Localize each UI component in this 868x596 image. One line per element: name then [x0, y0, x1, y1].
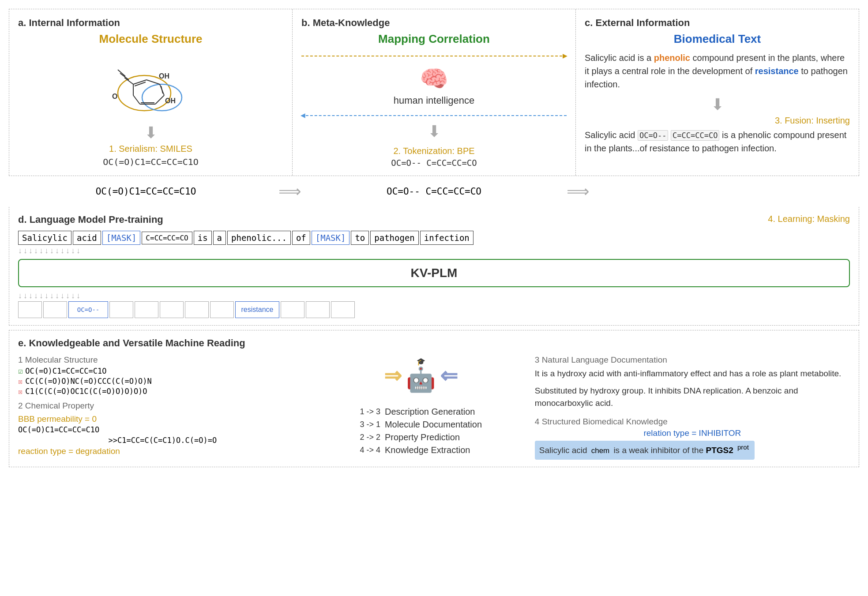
token-smiles: C=CC=CC=CO — [142, 232, 192, 244]
smiles-text-3: C1(C(C(=O)OC1C(C(=O)O)O)O)O — [25, 387, 147, 396]
smiles-label: 1. Serialism: SMILES — [109, 144, 192, 154]
token-box-phenolic: phenolic... — [227, 231, 291, 245]
arrow-down-c: ⬇ — [585, 95, 850, 114]
svg-line-5 — [155, 95, 164, 104]
meta-area: ▶ 🧠 human intelligence ◀ ⬇ 2. Tokenizati… — [301, 51, 567, 168]
bio-entity: PTGS2 — [706, 446, 733, 455]
svg-line-15 — [118, 70, 125, 76]
task-arrow-1: 1 -> 3 — [360, 407, 380, 416]
reaction-type: reaction type = degradation — [18, 446, 307, 456]
task-list: 1 -> 3 Description Generation 3 -> 1 Mol… — [360, 407, 482, 458]
arrow-gold: ⇒ — [384, 363, 402, 388]
panel-b-title: b. Meta-Knowledge — [301, 17, 567, 29]
svg-text:OH: OH — [159, 72, 169, 80]
para1-pre: Salicylic acid is a — [585, 53, 654, 63]
output-box-2 — [43, 301, 67, 318]
check-icon-1: ☑ — [18, 367, 23, 375]
task-arrow-4: 4 -> 4 — [360, 446, 380, 455]
smiles-row: OC(=O)C1=CC=CC=C1O ⟹ OC=O-- C=CC=CC=CO ⟹ — [9, 176, 859, 207]
svg-line-10 — [161, 86, 163, 94]
smiles-item-1: ☑ OC(=O)C1=CC=CC=C1O — [18, 367, 307, 375]
task-arrow-2: 3 -> 1 — [360, 420, 380, 429]
para2-code2: C=CC=CC=CO — [671, 130, 719, 141]
chem-tag: chem — [590, 446, 611, 455]
token-salicylic: Salicylic — [18, 231, 71, 245]
panel-a-subtitle: Molecule Structure — [18, 32, 283, 46]
token-box-a: a — [213, 231, 226, 245]
task-label-3: Property Prediction — [385, 432, 460, 442]
token-phenolic: phenolic... — [227, 231, 291, 245]
nlp-para1: It is a hydroxy acid with anti-inflammat… — [535, 367, 850, 380]
smiles-text-2: CC(C(=O)O)NC(=O)CCC(C(=O)O)N — [25, 377, 152, 386]
smiles-left-text: OC(=O)C1=CC=CC=C1O — [96, 186, 196, 197]
section-d-title: d. Language Model Pre-training — [18, 214, 163, 225]
svg-line-9 — [135, 82, 146, 86]
svg-line-3 — [147, 80, 160, 84]
output-box-10 — [281, 301, 304, 318]
relation-type: relation type = INHIBITOR — [535, 428, 850, 438]
output-box-4 — [109, 301, 133, 318]
nlp-para2: Substituted by hydroxy group. It inhibit… — [535, 385, 850, 410]
output-box-9-resistance: resistance — [235, 301, 279, 318]
task-label-4: Knowledge Extraction — [385, 445, 470, 455]
panel-a-title: a. Internal Information — [18, 17, 283, 29]
tokenized-text: OC=O-- C=CC=CC=CO — [391, 158, 477, 168]
gray-arrow-right-2: ⟹ — [567, 182, 590, 201]
token-to: to — [351, 231, 369, 245]
panel-a: a. Internal Information Molecule Structu… — [9, 9, 293, 176]
robot-icon: 🤖 — [406, 366, 436, 394]
section-e: e. Knowledgeable and Versatile Machine R… — [9, 330, 859, 467]
num2: 2 Chemical Property — [18, 401, 307, 411]
token-box-salicylic: Salicylic — [18, 231, 71, 245]
bio-text-para2: Salicylic acid OC=O-- C=CC=CC=CO is a ph… — [585, 128, 850, 155]
token-is: is — [194, 231, 212, 245]
struct-title: 4 Structured Biomedical Knowledge — [535, 417, 850, 427]
token-box-to: to — [351, 231, 369, 245]
smiles-item-3: ☒ C1(C(C(=O)OC1C(C(=O)O)O)O)O — [18, 387, 307, 396]
tokenize-label: 2. Tokenization: BPE — [393, 146, 474, 156]
masking-label: 4. Learning: Masking — [768, 214, 850, 224]
para2-pre: Salicylic acid — [585, 130, 638, 140]
token-infection: infection — [420, 231, 473, 245]
svg-text:O: O — [112, 93, 117, 100]
arrow-down-a: ⬇ — [144, 124, 158, 142]
down-arrows-row: ↓ ↓ ↓ ↓ ↓ ↓ ↓ ↓ ↓ ↓ ↓ ↓ — [18, 247, 850, 255]
panel-c-title: c. External Information — [585, 17, 850, 29]
smiles-box-left: OC(=O)C1=CC=CC=C1O — [18, 186, 274, 197]
bio-text-para1: Salicylic acid is a phenolic compound pr… — [585, 51, 850, 91]
human-intel-label: human intelligence — [394, 95, 474, 106]
section-d: d. Language Model Pre-training 4. Learni… — [9, 207, 859, 326]
para1-resistance: resistance — [755, 66, 799, 76]
molecule-svg: OH OH O — [94, 51, 208, 122]
token-of: of — [292, 231, 310, 245]
sequence-area: Salicylic acid [MASK] C=CC=CC=CO is a — [18, 231, 850, 318]
token-box-mask1: [MASK] — [102, 231, 141, 245]
svg-line-7 — [133, 95, 140, 104]
token-box-mask2: [MASK] — [312, 231, 350, 245]
token-box-of: of — [292, 231, 310, 245]
para2-code1: OC=O-- — [638, 130, 668, 141]
token-box-infection: infection — [420, 231, 473, 245]
num1: 1 Molecular Structure — [18, 355, 307, 365]
token-box-pathogen: pathogen — [370, 231, 419, 245]
robot-hat: 🎓 — [417, 357, 425, 366]
task-arrow-3: 2 -> 2 — [360, 433, 380, 442]
smiles-text-1: OC(=O)C1=CC=CC=C1O — [25, 367, 106, 375]
panel-c: c. External Information Biomedical Text … — [576, 9, 859, 176]
brain-icon: 🧠 — [420, 65, 448, 92]
panel-b-subtitle: Mapping Correlation — [301, 32, 567, 46]
output-box-3-smiles: OC=O-- — [68, 301, 108, 318]
col-right: 3 Natural Language Documentation It is a… — [535, 355, 850, 460]
token-mask2: [MASK] — [312, 231, 350, 245]
fusion-label: 3. Fusion: Inserting — [585, 116, 850, 126]
section-e-title: e. Knowledgeable and Versatile Machine R… — [18, 337, 850, 349]
smiles-item-2: ☒ CC(C(=O)O)NC(=O)CCC(C(=O)O)N — [18, 377, 307, 386]
kvplm-box: KV-PLM — [18, 259, 850, 287]
prop-smiles: OC(=O)C1=CC=CC=C1O — [18, 425, 307, 434]
task-2: 3 -> 1 Molecule Documentation — [360, 420, 482, 430]
output-box-11 — [306, 301, 330, 318]
task-label-1: Description Generation — [385, 407, 475, 417]
top-section: a. Internal Information Molecule Structu… — [9, 9, 859, 176]
arrow-blue: ⇐ — [440, 363, 458, 388]
token-mask1: [MASK] — [102, 231, 141, 245]
